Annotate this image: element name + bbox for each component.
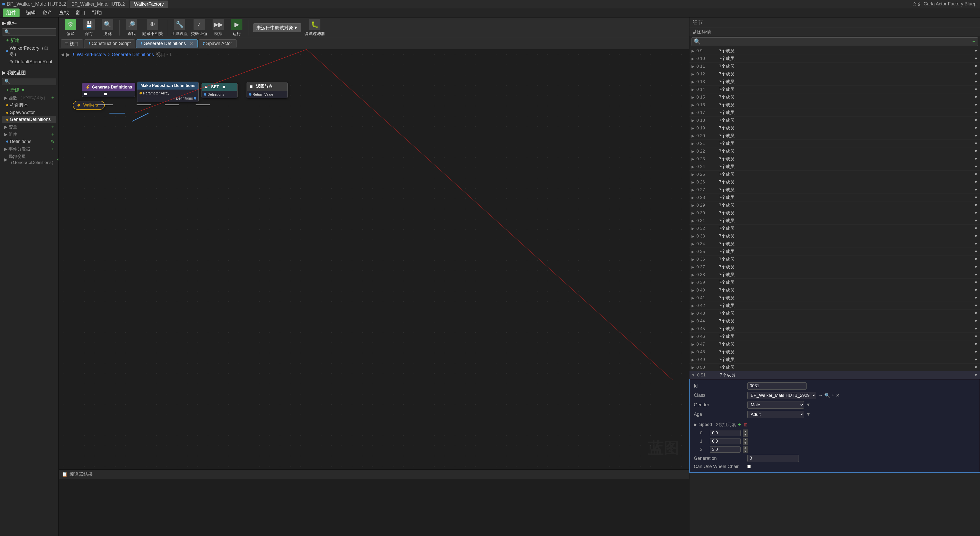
wheelchair-checkbox[interactable]: [747, 465, 751, 468]
close-tab-icon[interactable]: ✕: [189, 41, 193, 46]
generate-definitions-item[interactable]: GenerateDefinitions: [2, 116, 56, 123]
spawn-actor-item[interactable]: SpawnActor: [2, 109, 56, 116]
my-blueprint-header[interactable]: ▶ 我的蓝图: [2, 69, 56, 77]
bp-components-add-btn[interactable]: +: [51, 132, 54, 137]
item-26-dropdown[interactable]: ▼: [974, 180, 978, 184]
list-item-26[interactable]: ▶ 0 26 7个成员 ▼: [689, 178, 980, 186]
right-search-input[interactable]: [701, 39, 972, 45]
item-28-dropdown[interactable]: ▼: [974, 195, 978, 200]
list-item-20[interactable]: ▶ 0 20 7个成员 ▼: [689, 132, 980, 140]
list-item-34[interactable]: ▶ 0 34 7个成员 ▼: [689, 240, 980, 248]
node-return[interactable]: 返回节点 Return Value: [247, 82, 288, 98]
speed-up-1[interactable]: ▲: [743, 438, 748, 441]
item-18-dropdown[interactable]: ▼: [974, 118, 978, 123]
list-item-24[interactable]: ▶ 0 24 7个成员 ▼: [689, 163, 980, 170]
debug-btn[interactable]: 🐛 调试过滤器: [304, 19, 325, 37]
menu-asset[interactable]: 资产: [42, 9, 52, 16]
class-remove-icon[interactable]: ✕: [836, 393, 840, 398]
item-42-dropdown[interactable]: ▼: [974, 304, 978, 308]
list-item-17[interactable]: ▶ 0 17 7个成员 ▼: [689, 109, 980, 116]
speed-input-2[interactable]: [710, 447, 741, 453]
tab-construction-script[interactable]: f Construction Script: [84, 39, 135, 48]
tab-viewport[interactable]: □ 视口: [61, 39, 83, 48]
item-17-dropdown[interactable]: ▼: [974, 110, 978, 115]
menu-find[interactable]: 查找: [59, 9, 69, 16]
functions-add-btn[interactable]: +: [51, 95, 54, 101]
item-14-dropdown[interactable]: ▼: [974, 87, 978, 92]
list-item-50[interactable]: ▶ 0 50 7个成员 ▼: [689, 364, 980, 371]
right-search[interactable]: 🔍 +: [692, 37, 978, 46]
item-19-dropdown[interactable]: ▼: [974, 126, 978, 130]
list-item-30[interactable]: ▶ 0 30 7个成员 ▼: [689, 209, 980, 217]
item-34-dropdown[interactable]: ▼: [974, 242, 978, 246]
blueprint-search-input[interactable]: [10, 79, 54, 84]
item-23-dropdown[interactable]: ▼: [974, 157, 978, 161]
list-item-44[interactable]: ▶ 0 44 7个成员 ▼: [689, 317, 980, 325]
validate-btn[interactable]: ✓ 类验证值: [191, 19, 207, 37]
item-13-dropdown[interactable]: ▼: [974, 80, 978, 84]
item-47-dropdown[interactable]: ▼: [974, 342, 978, 347]
class-select[interactable]: BP_Walker_Male.HUTB_2929: [747, 392, 816, 399]
right-panel-add-btn[interactable]: +: [972, 38, 975, 45]
item-32-dropdown[interactable]: ▼: [974, 226, 978, 231]
speed-down-1[interactable]: ▼: [743, 441, 748, 445]
local-add-btn[interactable]: +: [57, 157, 59, 163]
list-item-37[interactable]: ▶ 0 37 7个成员 ▼: [689, 263, 980, 271]
item-9-dropdown[interactable]: ▼: [974, 49, 978, 53]
speed-up-0[interactable]: ▲: [743, 429, 748, 433]
tab-walker-factory[interactable]: WalkerFactory: [130, 0, 168, 8]
components-header[interactable]: ▶ 组件: [2, 19, 56, 27]
list-item-36[interactable]: ▶ 0 36 7个成员 ▼: [689, 256, 980, 263]
add-component-btn[interactable]: 组件: [3, 8, 19, 17]
list-item-41[interactable]: ▶ 0 41 7个成员 ▼: [689, 294, 980, 302]
item-33-dropdown[interactable]: ▼: [974, 234, 978, 239]
item-50-dropdown[interactable]: ▼: [974, 365, 978, 370]
list-item-33[interactable]: ▶ 0 33 7个成员 ▼: [689, 232, 980, 240]
list-item-13[interactable]: ▶ 0 13 7个成员 ▼: [689, 78, 980, 86]
item-48-dropdown[interactable]: ▼: [974, 350, 978, 354]
item-15-dropdown[interactable]: ▼: [974, 95, 978, 100]
definitions-component-item[interactable]: Definitions ✎: [2, 138, 56, 145]
item-40-dropdown[interactable]: ▼: [974, 288, 978, 293]
item-35-dropdown[interactable]: ▼: [974, 249, 978, 254]
variables-add-btn[interactable]: +: [51, 124, 54, 130]
forward-btn[interactable]: ▶: [67, 52, 70, 57]
save-btn[interactable]: 💾 保存: [81, 19, 97, 37]
blueprint-search[interactable]: 🔍: [2, 78, 56, 85]
item-39-dropdown[interactable]: ▼: [974, 280, 978, 285]
item-12-dropdown[interactable]: ▼: [974, 72, 978, 76]
age-select[interactable]: Adult Child Elder: [747, 411, 804, 418]
list-item-23[interactable]: ▶ 0 23 7个成员 ▼: [689, 155, 980, 163]
item-21-dropdown[interactable]: ▼: [974, 141, 978, 146]
back-btn[interactable]: ◀: [61, 52, 64, 57]
list-item-27[interactable]: ▶ 0 27 7个成员 ▼: [689, 186, 980, 194]
compile-btn[interactable]: ⚙ 编译: [63, 19, 78, 37]
item-10-dropdown[interactable]: ▼: [974, 56, 978, 61]
class-add-icon[interactable]: +: [832, 393, 834, 398]
hide-btn[interactable]: 👁 隐藏不相关: [142, 19, 163, 37]
item-38-dropdown[interactable]: ▼: [974, 272, 978, 277]
generation-input[interactable]: [747, 455, 799, 462]
list-item-45[interactable]: ▶ 0 45 7个成员 ▼: [689, 325, 980, 333]
id-input[interactable]: [747, 382, 807, 390]
list-item-39[interactable]: ▶ 0 39 7个成员 ▼: [689, 279, 980, 286]
list-item-40[interactable]: ▶ 0 40 7个成员 ▼: [689, 286, 980, 294]
list-item-35[interactable]: ▶ 0 35 7个成员 ▼: [689, 248, 980, 256]
item-46-dropdown[interactable]: ▼: [974, 334, 978, 339]
list-item-19[interactable]: ▶ 0 19 7个成员 ▼: [689, 124, 980, 132]
item-43-dropdown[interactable]: ▼: [974, 311, 978, 316]
list-item-43[interactable]: ▶ 0 43 7个成员 ▼: [689, 310, 980, 317]
speed-down-0[interactable]: ▼: [743, 433, 748, 437]
item-51-dropdown[interactable]: ▼: [974, 373, 978, 377]
item-29-dropdown[interactable]: ▼: [974, 203, 978, 208]
component-search-input[interactable]: [10, 29, 54, 35]
list-item-32[interactable]: ▶ 0 32 7个成员 ▼: [689, 225, 980, 232]
simulate-btn[interactable]: ▶▶ 模拟: [210, 19, 226, 37]
find-btn[interactable]: 🔎 查找: [124, 19, 139, 37]
list-item-18[interactable]: ▶ 0 18 7个成员 ▼: [689, 116, 980, 124]
list-item-14[interactable]: ▶ 0 14 7个成员 ▼: [689, 86, 980, 94]
list-item-12[interactable]: ▶ 0 12 7个成员 ▼: [689, 70, 980, 78]
speed-input-0[interactable]: [710, 430, 741, 436]
component-search[interactable]: 🔍: [2, 28, 56, 35]
definitions-edit-icon[interactable]: ✎: [51, 139, 54, 144]
